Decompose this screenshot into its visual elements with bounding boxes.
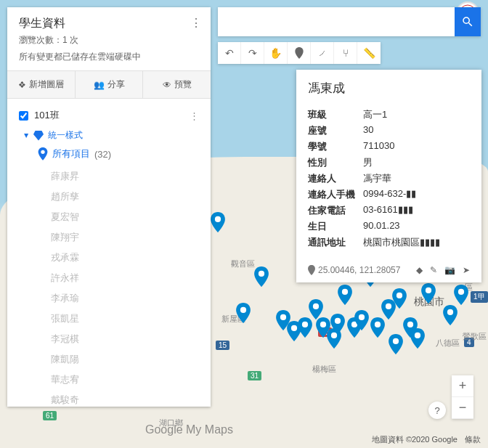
map-marker[interactable] bbox=[370, 317, 385, 338]
mymaps-logo: Google My Maps bbox=[145, 423, 233, 436]
zoom-in-button[interactable]: + bbox=[452, 375, 473, 397]
add-layer-button[interactable]: ❖ 新增圖層 bbox=[7, 71, 76, 98]
views-count: 瀏覽次數：1 次 bbox=[19, 34, 199, 46]
share-icon: 👥 bbox=[94, 80, 105, 90]
info-row: 學號711030 bbox=[308, 139, 470, 155]
map-marker[interactable] bbox=[410, 328, 425, 349]
info-value: 90.01.23 bbox=[363, 220, 470, 233]
info-value: 男 bbox=[363, 156, 470, 169]
directions-tool[interactable]: ⑂ bbox=[334, 42, 357, 64]
map-marker[interactable] bbox=[211, 212, 225, 232]
map-marker[interactable] bbox=[309, 299, 323, 319]
svg-point-0 bbox=[215, 216, 221, 222]
layer-row[interactable]: 101班 ⋮ bbox=[7, 105, 211, 126]
style-toggle[interactable]: ▸ 統一樣式 bbox=[7, 126, 211, 144]
feature-name: 馮東成 bbox=[308, 80, 470, 97]
map-marker[interactable] bbox=[236, 303, 251, 323]
all-items-row[interactable]: 所有項目 (32) bbox=[7, 144, 211, 163]
list-item[interactable]: 夏宏智 bbox=[7, 207, 211, 227]
list-item[interactable]: 薛康昇 bbox=[7, 166, 211, 187]
map-marker[interactable] bbox=[454, 285, 468, 305]
svg-point-17 bbox=[396, 293, 402, 298]
map-marker[interactable] bbox=[298, 317, 312, 338]
pan-tool[interactable]: ✋ bbox=[264, 42, 288, 64]
map-marker[interactable] bbox=[443, 305, 458, 325]
pin-icon bbox=[38, 147, 48, 160]
paint-icon bbox=[33, 131, 44, 141]
more-icon[interactable]: ⋮ bbox=[190, 16, 202, 30]
road-badge: 1甲 bbox=[471, 291, 488, 303]
search-box[interactable] bbox=[218, 7, 481, 36]
save-status: 所有變更都已儲存在雲端硬碟中 bbox=[19, 51, 199, 63]
info-label: 班級 bbox=[308, 108, 363, 121]
road-badge: 15 bbox=[216, 341, 229, 350]
drawing-toolbar: ↶ ↷ ✋ ⟋ ⑂ 📏 bbox=[218, 42, 381, 64]
list-item[interactable]: 李承瑜 bbox=[7, 288, 211, 309]
terms-link[interactable]: 條款 bbox=[465, 434, 481, 445]
redo-button[interactable]: ↷ bbox=[241, 42, 264, 64]
preview-label: 預覽 bbox=[174, 78, 192, 91]
help-button[interactable]: ? bbox=[428, 402, 446, 419]
list-item[interactable]: 戴駿奇 bbox=[7, 390, 211, 407]
road-badge: 31 bbox=[248, 371, 261, 380]
svg-point-9 bbox=[335, 318, 341, 324]
items-count: (32) bbox=[94, 149, 111, 160]
road-badge: 61 bbox=[43, 411, 57, 420]
line-tool[interactable]: ⟋ bbox=[311, 42, 334, 64]
zoom-out-button[interactable]: − bbox=[452, 397, 473, 419]
list-item[interactable]: 陳翔宇 bbox=[7, 227, 211, 248]
list-item[interactable]: 戎承霖 bbox=[7, 248, 211, 268]
search-button[interactable] bbox=[455, 7, 481, 36]
undo-button[interactable]: ↶ bbox=[218, 42, 241, 64]
place-label: 八德區 bbox=[436, 338, 460, 349]
list-item[interactable]: 李冠棋 bbox=[7, 329, 211, 349]
map-marker[interactable] bbox=[330, 314, 345, 334]
marker-tool[interactable] bbox=[288, 42, 311, 64]
info-label: 連絡人 bbox=[308, 172, 363, 185]
info-value: 高一1 bbox=[363, 108, 470, 121]
svg-point-21 bbox=[426, 288, 431, 293]
svg-point-14 bbox=[375, 322, 381, 327]
info-label: 住家電話 bbox=[308, 204, 363, 217]
attribution-text[interactable]: 地圖資料 ©2020 Google bbox=[372, 434, 458, 445]
directions-icon[interactable]: ➤ bbox=[463, 265, 470, 275]
info-label: 連絡人手機 bbox=[308, 188, 363, 201]
svg-point-24 bbox=[458, 289, 464, 295]
map-marker[interactable] bbox=[254, 266, 269, 287]
eye-icon: 👁 bbox=[163, 80, 171, 90]
info-row: 生日90.01.23 bbox=[308, 219, 470, 235]
share-label: 分享 bbox=[107, 78, 125, 91]
chevron-down-icon: ▸ bbox=[22, 134, 32, 138]
map-marker[interactable] bbox=[389, 334, 403, 354]
layer-checkbox[interactable] bbox=[19, 111, 28, 121]
list-item[interactable]: 陳凱陽 bbox=[7, 349, 211, 370]
style-icon[interactable]: ◆ bbox=[416, 265, 423, 275]
map-marker[interactable] bbox=[338, 285, 352, 305]
svg-point-7 bbox=[320, 322, 326, 327]
layer-more-icon[interactable]: ⋮ bbox=[190, 110, 199, 121]
list-item[interactable]: 趙所孳 bbox=[7, 187, 211, 207]
info-row: 住家電話03-6161▮▮▮ bbox=[308, 203, 470, 219]
edit-icon[interactable]: ✎ bbox=[430, 265, 437, 275]
action-bar: ❖ 新增圖層 👥 分享 👁 預覽 bbox=[7, 70, 211, 99]
zoom-control: + − bbox=[452, 375, 473, 419]
info-label: 生日 bbox=[308, 220, 363, 233]
list-item[interactable]: 許永祥 bbox=[7, 268, 211, 288]
preview-button[interactable]: 👁 預覽 bbox=[143, 71, 211, 98]
place-label: 楊梅區 bbox=[312, 364, 336, 375]
svg-point-3 bbox=[280, 314, 286, 320]
map-marker[interactable] bbox=[354, 310, 369, 330]
map-marker[interactable] bbox=[392, 288, 407, 309]
camera-icon[interactable]: 📷 bbox=[444, 265, 455, 275]
list-item[interactable]: 張凱星 bbox=[7, 309, 211, 329]
measure-tool[interactable]: 📏 bbox=[357, 42, 381, 64]
style-label: 統一樣式 bbox=[48, 129, 83, 142]
coords-row[interactable]: 25.00446, 121.28057 bbox=[308, 265, 400, 275]
svg-point-18 bbox=[407, 322, 413, 327]
share-button[interactable]: 👥 分享 bbox=[76, 71, 144, 98]
svg-point-23 bbox=[447, 309, 453, 315]
list-item[interactable]: 華志宥 bbox=[7, 370, 211, 390]
info-value: 0994-632-▮▮ bbox=[363, 188, 470, 201]
map-marker[interactable] bbox=[421, 283, 436, 304]
map-title[interactable]: 學生資料 bbox=[19, 16, 199, 31]
